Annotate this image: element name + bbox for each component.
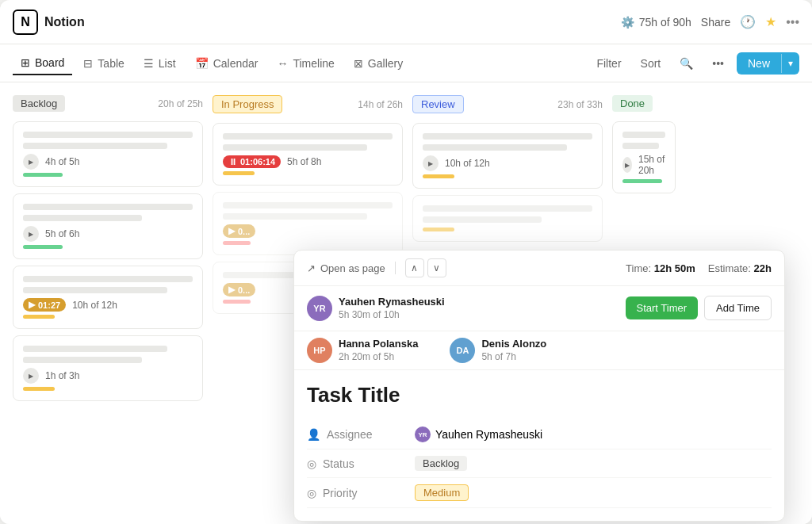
tab-gallery[interactable]: ⊠ Gallery [346, 52, 411, 75]
card-bar [223, 144, 367, 151]
user-entry-denis: DA Denis Alonzo 5h of 7h [450, 338, 546, 363]
card[interactable]: ▶ 4h of 5h [13, 121, 203, 187]
history-icon[interactable]: 🕐 [740, 14, 756, 29]
search-button[interactable]: 🔍 [673, 54, 699, 73]
card[interactable]: ▶0... [213, 192, 403, 255]
card[interactable]: ▶ 01:27 10h of 12h [13, 266, 203, 329]
column-header-review: Review 23h of 33h [412, 95, 603, 113]
new-button-wrapper: New ▾ [737, 52, 799, 75]
app-title: Notion [44, 15, 85, 29]
list-icon: ☰ [144, 57, 154, 70]
assignee-icon: 👤 [307, 428, 320, 441]
card[interactable] [412, 195, 603, 242]
card-bar [223, 133, 393, 140]
new-button[interactable]: New [737, 52, 781, 75]
table-icon: ⊟ [83, 57, 93, 70]
user-info-denis: Denis Alonzo 5h of 7h [481, 338, 546, 362]
column-header-backlog: Backlog 20h of 25h [13, 95, 203, 112]
popup-divider [395, 262, 396, 274]
card[interactable]: ▶ 15h of 20h [612, 121, 676, 193]
pause-icon: ⏸ [228, 157, 237, 166]
badge-backlog: Backlog [13, 95, 65, 112]
card-time: 5h of 6h [45, 228, 79, 239]
field-label-assignee: 👤 Assignee [307, 428, 402, 441]
timer-value: 01:27 [38, 300, 60, 310]
card-progress [23, 315, 55, 319]
status-icon: ◎ [307, 457, 316, 470]
column-backlog: Backlog 20h of 25h ▶ 4h of 5h ▶ [13, 95, 203, 511]
tab-timeline[interactable]: ↔ Timeline [269, 52, 342, 75]
popup-nav-up[interactable]: ∧ [405, 258, 424, 277]
card-time: 5h of 8h [287, 156, 321, 167]
card-progress [622, 179, 662, 183]
card[interactable]: ⏸ 01:06:14 5h of 8h [213, 123, 403, 186]
card-bar [23, 287, 167, 293]
active-timer-badge-red: ⏸ 01:06:14 [223, 155, 281, 168]
popup-fields: 👤 Assignee YR Yauhen Rymasheuski ◎ Statu… [294, 414, 784, 521]
share-button[interactable]: Share [701, 16, 730, 29]
user-time-yauhen: 5h 30m of 10h [339, 309, 445, 320]
tab-list[interactable]: ☰ List [136, 52, 184, 75]
play-icon: ▶ [23, 154, 39, 170]
play-icon: ▶ [622, 157, 632, 173]
card-bar [423, 216, 542, 223]
user-time-denis: 5h of 7h [481, 351, 546, 362]
play-icon: ▶ [23, 226, 39, 242]
column-time-review: 23h of 33h [557, 99, 603, 110]
badge-done: Done [612, 95, 653, 112]
column-label-backlog: Backlog [13, 95, 65, 112]
field-label-priority: ◎ Priority [307, 487, 402, 499]
estimate-label: Estimate: 22h [708, 262, 772, 274]
more-icon[interactable]: ••• [786, 15, 799, 29]
user-info-hanna: Hanna Polanska 2h 20m of 5h [339, 338, 418, 362]
sort-button[interactable]: Sort [634, 54, 668, 73]
card-progress [23, 245, 63, 249]
card-timer-row: ▶ 1h of 3h [23, 368, 193, 384]
tab-board[interactable]: ⊞ Board [13, 52, 72, 75]
task-title[interactable]: Task Title [307, 383, 772, 407]
card[interactable]: ▶ 1h of 3h [13, 335, 203, 401]
user-time-hanna: 2h 20m of 5h [339, 351, 418, 362]
board-icon: ⊞ [21, 56, 30, 69]
card-progress [423, 174, 454, 178]
notion-logo-icon: N [13, 10, 38, 35]
user-name-denis: Denis Alonzo [481, 338, 546, 350]
card-time: 15h of 20h [638, 154, 665, 176]
tab-table[interactable]: ⊟ Table [75, 52, 132, 75]
user-entry-hanna: HP Hanna Polanska 2h 20m of 5h [307, 338, 418, 363]
user-entry-yauhen: YR Yauhen Rymasheuski 5h 30m of 10h [307, 296, 445, 321]
field-value-assignee[interactable]: YR Yauhen Rymasheuski [415, 426, 542, 442]
priority-icon: ◎ [307, 487, 316, 499]
add-time-button[interactable]: Add Time [704, 296, 772, 320]
more-options-button[interactable]: ••• [706, 54, 730, 73]
active-timer-badge: ▶ 01:27 [23, 298, 66, 312]
open-as-page-button[interactable]: ↗ Open as page [307, 262, 385, 274]
start-timer-button[interactable]: Start Timer [626, 296, 699, 319]
card[interactable]: ▶ 5h of 6h [13, 193, 203, 259]
card-time: 4h of 5h [45, 156, 79, 167]
card-bar [23, 204, 193, 210]
user-name-hanna: Hanna Polanska [339, 338, 418, 350]
star-icon[interactable]: ★ [765, 14, 776, 29]
card-bar [23, 276, 193, 282]
header-left: N Notion [13, 10, 85, 35]
tab-calendar[interactable]: 📅 Calendar [187, 52, 266, 75]
toolbar-actions: Filter Sort 🔍 ••• New ▾ [590, 52, 799, 75]
card-timer-row: ▶ 01:27 10h of 12h [23, 298, 193, 312]
new-btn-dropdown[interactable]: ▾ [782, 53, 799, 74]
card-bar [23, 132, 193, 138]
card-bar [23, 357, 142, 363]
header: N Notion ⚙️ 75h of 90h Share 🕐 ★ ••• [0, 0, 812, 44]
badge-inprogress: In Progress [213, 95, 282, 113]
priority-value[interactable]: Medium [415, 484, 469, 501]
status-value[interactable]: Backlog [415, 456, 467, 471]
filter-button[interactable]: Filter [590, 54, 627, 73]
card[interactable]: ▶ 10h of 12h [412, 123, 603, 189]
open-page-icon: ↗ [307, 262, 316, 274]
card-timer-row: ▶ 4h of 5h [23, 154, 193, 170]
user-name-yauhen: Yauhen Rymasheuski [339, 296, 445, 308]
card-bar [223, 213, 367, 220]
popup-nav-down[interactable]: ∨ [427, 258, 446, 277]
card-progress [423, 228, 454, 231]
popup-users: YR Yauhen Rymasheuski 5h 30m of 10h Star… [294, 286, 784, 331]
